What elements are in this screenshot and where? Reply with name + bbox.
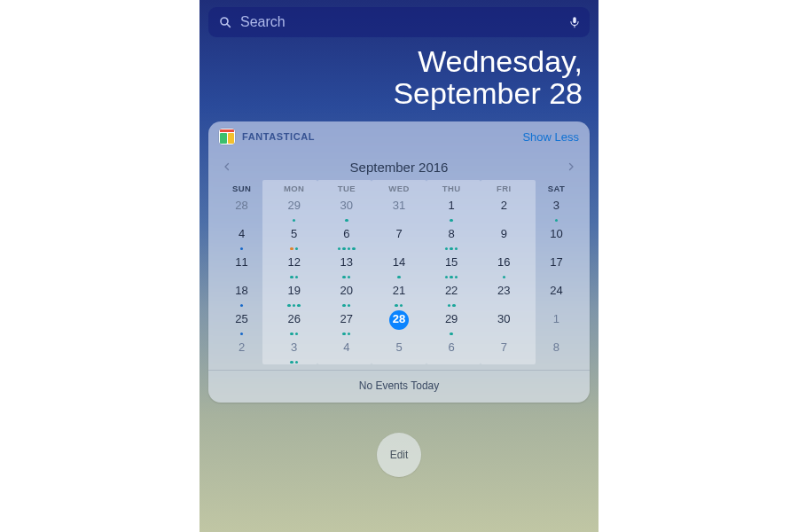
day-number: 15	[445, 253, 458, 269]
calendar-day[interactable]: 10	[530, 224, 583, 253]
calendar-day[interactable]: 4	[215, 224, 268, 253]
day-number: 18	[235, 281, 247, 297]
event-dots	[426, 276, 478, 279]
day-number: 5	[395, 338, 402, 354]
event-dot	[295, 276, 299, 279]
event-dot	[295, 332, 299, 336]
calendar-day[interactable]: 16	[478, 253, 530, 281]
day-number: 4	[343, 338, 349, 354]
calendar-day[interactable]: 29	[268, 196, 320, 224]
calendar-day[interactable]: 31	[372, 196, 425, 224]
calendar-day[interactable]: 22	[426, 281, 478, 309]
calendar-day[interactable]: 18	[215, 281, 268, 309]
calendar-day[interactable]: 2	[215, 338, 268, 366]
event-dot	[293, 304, 296, 308]
calendar-day[interactable]: 4	[320, 338, 372, 366]
event-dots	[268, 247, 320, 251]
calendar-day[interactable]: 21	[372, 281, 425, 309]
day-number: 10	[550, 224, 562, 240]
calendar-day[interactable]: 17	[530, 253, 583, 281]
calendar-day[interactable]: 28	[215, 196, 268, 224]
event-dots	[478, 276, 530, 279]
event-dots	[320, 219, 372, 223]
calendar-day[interactable]: 28	[372, 309, 425, 338]
day-number: 22	[445, 281, 458, 297]
calendar-day[interactable]: 6	[320, 224, 372, 253]
calendar-grid-wrap: SUNMONTUEWEDTHUFRISAT 282930311234567891…	[208, 180, 590, 370]
event-dot	[348, 276, 351, 279]
day-number: 11	[235, 253, 247, 269]
calendar-day[interactable]: 11	[215, 253, 268, 281]
day-number: 23	[497, 281, 510, 297]
calendar-day[interactable]: 1	[426, 196, 478, 224]
day-number: 1	[553, 309, 559, 325]
day-number: 5	[291, 224, 297, 240]
day-number: 3	[291, 338, 297, 354]
calendar-day[interactable]: 5	[372, 338, 425, 366]
calendar-day[interactable]: 5	[268, 224, 320, 253]
calendar-day[interactable]: 3	[530, 196, 583, 224]
day-header: MON	[268, 180, 320, 196]
calendar-day[interactable]: 8	[426, 224, 478, 253]
edit-button[interactable]: Edit	[377, 433, 421, 477]
calendar-day[interactable]: 8	[530, 338, 583, 366]
event-dot	[287, 304, 291, 308]
day-number: 16	[497, 253, 510, 269]
calendar-day[interactable]: 2	[478, 196, 530, 224]
day-number: 24	[550, 281, 562, 297]
event-dot	[240, 332, 244, 336]
microphone-icon[interactable]	[568, 14, 581, 30]
calendar-day[interactable]: 24	[530, 281, 583, 309]
calendar-day[interactable]: 7	[372, 224, 425, 253]
calendar-day[interactable]: 3	[268, 338, 320, 366]
prev-month-button[interactable]	[217, 157, 237, 176]
day-header: THU	[426, 180, 478, 196]
event-dots	[268, 361, 320, 364]
no-events-label: No Events Today	[208, 370, 590, 403]
calendar-day[interactable]: 30	[320, 196, 372, 224]
event-dots	[268, 332, 320, 336]
day-number: 30	[340, 196, 353, 212]
event-dot	[348, 247, 351, 251]
calendar-day[interactable]: 20	[320, 281, 372, 309]
event-dot	[240, 247, 244, 251]
day-number: 27	[340, 309, 353, 325]
day-number: 7	[501, 338, 507, 354]
calendar-day[interactable]: 7	[478, 338, 530, 366]
date-header: Wednesday, September 28	[208, 37, 590, 121]
day-number: 8	[553, 338, 559, 354]
event-dot	[455, 276, 458, 279]
calendar-day[interactable]: 14	[372, 253, 425, 281]
event-dot	[342, 276, 346, 279]
next-month-button[interactable]	[561, 157, 581, 176]
widget-header: FANTASTICAL Show Less	[208, 121, 590, 152]
calendar-day[interactable]: 19	[268, 281, 320, 309]
calendar-day[interactable]: 25	[215, 309, 268, 338]
date-line2: September 28	[208, 78, 583, 110]
event-dots	[426, 219, 478, 223]
calendar-day[interactable]: 26	[268, 309, 320, 338]
calendar-day[interactable]: 30	[478, 309, 530, 338]
event-dot	[555, 219, 559, 223]
search-bar[interactable]: Search	[208, 7, 590, 37]
calendar-day[interactable]: 13	[320, 253, 372, 281]
event-dots	[268, 276, 320, 279]
calendar-day[interactable]: 23	[478, 281, 530, 309]
day-number: 4	[239, 224, 245, 240]
calendar-day[interactable]: 6	[426, 338, 478, 366]
svg-line-1	[227, 24, 230, 27]
day-number: 19	[287, 281, 300, 297]
search-icon	[217, 14, 233, 30]
calendar-day[interactable]: 12	[268, 253, 320, 281]
day-number: 26	[287, 309, 300, 325]
calendar-day[interactable]: 15	[426, 253, 478, 281]
calendar-day[interactable]: 1	[530, 309, 583, 338]
event-dot	[290, 276, 293, 279]
calendar-day[interactable]: 9	[478, 224, 530, 253]
widget-app-name: FANTASTICAL	[242, 131, 522, 142]
show-less-button[interactable]: Show Less	[522, 130, 579, 144]
calendar-day[interactable]: 27	[320, 309, 372, 338]
calendar-day[interactable]: 29	[426, 309, 478, 338]
event-dot	[342, 247, 346, 251]
day-number: 2	[501, 196, 507, 212]
